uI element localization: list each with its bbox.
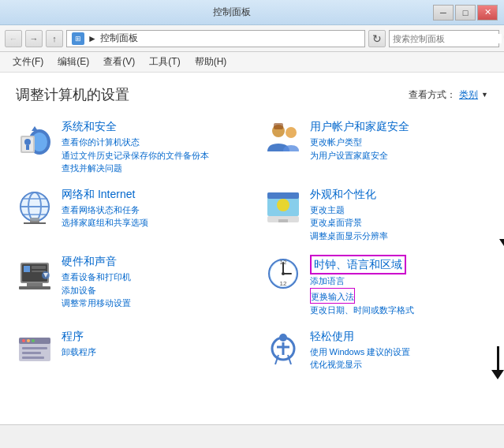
clock-link-2[interactable]: 更改日期、时间或数字格式 [310, 304, 489, 317]
system-security-link-2[interactable]: 查找并解决问题 [62, 162, 241, 175]
network-info: 网络和 Internet 查看网络状态和任务 选择家庭组和共享选项 [62, 188, 241, 230]
hardware-link-1[interactable]: 添加设备 [62, 284, 241, 297]
appearance-icon [264, 188, 302, 226]
view-dropdown-icon[interactable]: ▼ [481, 91, 488, 99]
clock-link-0[interactable]: 添加语言 [310, 274, 489, 288]
user-accounts-title[interactable]: 用户帐户和家庭安全 [310, 120, 489, 134]
accessibility-link-0[interactable]: 使用 Windows 建议的设置 [310, 345, 489, 359]
network-title[interactable]: 网络和 Internet [62, 188, 241, 202]
maximize-button[interactable]: □ [455, 5, 476, 21]
system-security-icon [16, 120, 54, 158]
accessibility-link-1[interactable]: 优化视觉显示 [310, 358, 489, 371]
svg-rect-28 [19, 286, 50, 289]
clock-title[interactable]: 时钟、语言和区域 [314, 258, 402, 271]
window: 控制面板 ─ □ ✕ ← → ↑ ⊞ ► 控制面板 ↻ 🔍 文件(F) 编辑(E… [0, 0, 504, 448]
arrow-annotation-2 [491, 346, 504, 379]
hardware-icon [16, 255, 54, 293]
svg-text:12: 12 [279, 259, 286, 266]
category-accessibility: 轻松使用 使用 Windows 建议的设置 优化视觉显示 [264, 330, 489, 371]
accessibility-icon [264, 330, 302, 368]
svg-rect-27 [27, 283, 43, 286]
view-selector: 查看方式： 类别 ▼ [409, 88, 488, 102]
address-text: ► [88, 33, 97, 44]
status-bar [0, 424, 504, 448]
menu-help[interactable]: 帮助(H) [189, 54, 233, 70]
hardware-link-2[interactable]: 调整常用移动设置 [62, 297, 241, 310]
arrow-annotation-1 [499, 207, 504, 248]
svg-text:12: 12 [279, 280, 286, 287]
main-content: 调整计算机的设置 查看方式： 类别 ▼ [0, 73, 504, 424]
clock-icon: 12 12 [264, 255, 302, 293]
minimize-button[interactable]: ─ [433, 5, 454, 21]
svg-point-39 [22, 339, 25, 342]
svg-rect-5 [26, 145, 29, 150]
programs-info: 程序 卸载程序 [62, 330, 241, 359]
clock-info: 时钟、语言和区域 添加语言 更换输入法 更改日期、时间或数字格式 [310, 255, 489, 317]
svg-point-20 [277, 199, 289, 211]
category-hardware: 硬件和声音 查看设备和打印机 添加设备 调整常用移动设置 [16, 255, 241, 317]
title-bar: 控制面板 ─ □ ✕ [0, 0, 504, 25]
svg-point-4 [24, 139, 31, 145]
refresh-button[interactable]: ↻ [368, 30, 386, 47]
address-field[interactable]: ⊞ ► 控制面板 [66, 30, 365, 47]
system-security-link-0[interactable]: 查看你的计算机状态 [62, 136, 241, 149]
svg-rect-8 [274, 123, 283, 129]
clock-link-1[interactable]: 更换输入法 [311, 290, 354, 304]
category-user-accounts: 用户帐户和家庭安全 更改帐户类型 为用户设置家庭安全 [264, 120, 489, 175]
appearance-link-1[interactable]: 更改桌面背景 [310, 216, 489, 230]
svg-rect-44 [22, 357, 44, 359]
svg-rect-25 [32, 266, 46, 269]
svg-rect-21 [278, 219, 288, 222]
hardware-link-0[interactable]: 查看设备和打印机 [62, 271, 241, 284]
search-input[interactable] [393, 34, 502, 43]
svg-point-7 [286, 127, 297, 138]
appearance-title[interactable]: 外观和个性化 [310, 188, 489, 202]
view-label: 查看方式： [409, 88, 456, 102]
appearance-link-2[interactable]: 调整桌面显示分辨率 [310, 230, 489, 243]
categories-grid: 系统和安全 查看你的计算机状态 通过文件历史记录保存你的文件备份本 查找并解决问… [16, 120, 488, 371]
up-button[interactable]: ↑ [46, 30, 63, 47]
menu-view[interactable]: 查看(V) [97, 54, 141, 70]
forward-button[interactable]: → [25, 30, 43, 47]
address-bar: ← → ↑ ⊞ ► 控制面板 ↻ 🔍 [0, 25, 504, 52]
appearance-link-0[interactable]: 更改主题 [310, 203, 489, 217]
title-bar-buttons: ─ □ ✕ [433, 5, 498, 21]
programs-title[interactable]: 程序 [62, 330, 241, 344]
svg-point-34 [282, 272, 285, 275]
search-box[interactable]: 🔍 [389, 30, 499, 47]
hardware-title[interactable]: 硬件和声音 [62, 255, 241, 269]
back-button[interactable]: ← [5, 30, 22, 47]
accessibility-info: 轻松使用 使用 Windows 建议的设置 优化视觉显示 [310, 330, 489, 371]
category-programs: 程序 卸载程序 [16, 330, 241, 371]
category-clock-language: 12 12 时钟、语言和区域 添加语言 更换输入法 更改日期、时间或数字格式 [264, 255, 489, 317]
system-security-title[interactable]: 系统和安全 [62, 120, 241, 134]
svg-rect-18 [267, 192, 299, 199]
menu-tools[interactable]: 工具(T) [143, 54, 186, 70]
programs-link-0[interactable]: 卸载程序 [62, 345, 241, 359]
svg-point-41 [32, 339, 35, 342]
appearance-info: 外观和个性化 更改主题 更改桌面背景 调整桌面显示分辨率 [310, 188, 489, 243]
network-icon [16, 188, 54, 226]
svg-point-16 [21, 192, 49, 221]
page-title: 调整计算机的设置 [16, 85, 129, 104]
close-button[interactable]: ✕ [477, 5, 498, 21]
network-link-0[interactable]: 查看网络状态和任务 [62, 203, 241, 217]
menu-file[interactable]: 文件(F) [6, 54, 50, 70]
system-security-info: 系统和安全 查看你的计算机状态 通过文件历史记录保存你的文件备份本 查找并解决问… [62, 120, 241, 175]
category-network: 网络和 Internet 查看网络状态和任务 选择家庭组和共享选项 [16, 188, 241, 243]
window-title: 控制面板 [30, 6, 433, 19]
user-accounts-link-0[interactable]: 更改帐户类型 [310, 136, 489, 149]
svg-rect-26 [32, 271, 46, 272]
user-accounts-info: 用户帐户和家庭安全 更改帐户类型 为用户设置家庭安全 [310, 120, 489, 162]
system-security-link-1[interactable]: 通过文件历史记录保存你的文件备份本 [62, 149, 241, 162]
category-system-security: 系统和安全 查看你的计算机状态 通过文件历史记录保存你的文件备份本 查找并解决问… [16, 120, 241, 175]
user-accounts-icon [264, 120, 302, 158]
menu-edit[interactable]: 编辑(E) [51, 54, 95, 70]
menu-bar: 文件(F) 编辑(E) 查看(V) 工具(T) 帮助(H) [0, 52, 504, 73]
view-mode-link[interactable]: 类别 [459, 88, 478, 102]
user-accounts-link-1[interactable]: 为用户设置家庭安全 [310, 149, 489, 162]
content-header: 调整计算机的设置 查看方式： 类别 ▼ [16, 85, 488, 104]
svg-rect-24 [24, 266, 30, 272]
accessibility-title[interactable]: 轻松使用 [310, 330, 489, 344]
network-link-1[interactable]: 选择家庭组和共享选项 [62, 216, 241, 230]
